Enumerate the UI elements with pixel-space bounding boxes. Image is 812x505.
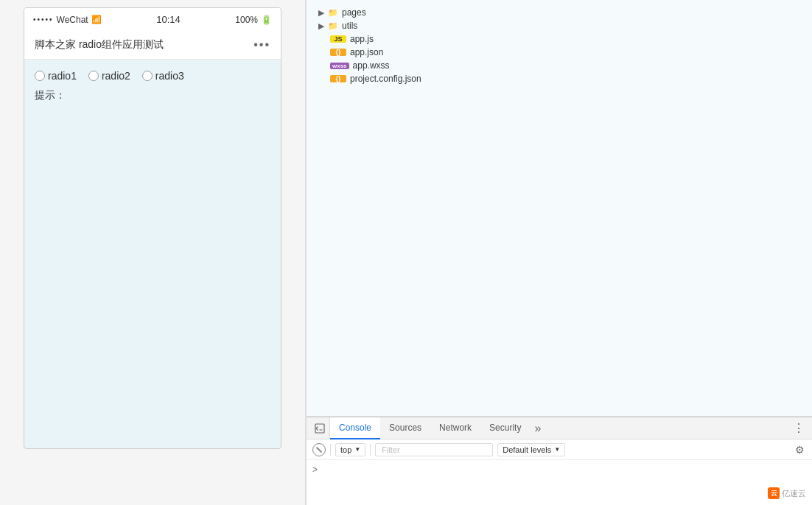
radio-circle-1	[35, 71, 45, 81]
main-layout: ••••• WeChat 📶 10:14 100% 🔋 脚本之家 radio组件…	[0, 0, 812, 505]
tree-item-pages[interactable]: ▶ 📁 pages	[307, 6, 812, 19]
badge-json-app: {}	[330, 49, 346, 56]
devtools-icon[interactable]	[309, 417, 330, 439]
app-header: 脚本之家 radio组件应用测试 •••	[24, 31, 281, 60]
tab-security-label: Security	[489, 423, 521, 433]
status-time: 10:14	[156, 14, 181, 25]
hint-label: 提示：	[35, 89, 66, 101]
watermark: 云 亿速云	[768, 487, 806, 499]
toolbar-divider-2	[370, 444, 371, 456]
devtools-panel: ▶ 📁 pages ▶ 📁 utils JS app.js {} app.jso…	[306, 0, 812, 505]
radio-group: radio1 radio2 radio3	[35, 70, 270, 82]
filter-placeholder: Filter	[382, 445, 399, 454]
tab-network[interactable]: Network	[430, 417, 480, 439]
battery-percent: 100%	[235, 15, 258, 25]
more-tabs-button[interactable]: »	[530, 422, 545, 435]
log-levels-arrow-icon: ▼	[554, 446, 560, 453]
console-toolbar: top ▼ Filter Default levels ▼ ⚙	[307, 439, 812, 460]
tab-menu: ⋮	[788, 417, 809, 439]
phone-status-bar: ••••• WeChat 📶 10:14 100% 🔋	[24, 8, 281, 31]
radio-item-1[interactable]: radio1	[35, 70, 77, 82]
clear-console-button[interactable]	[312, 443, 326, 456]
hint-row: 提示：	[35, 89, 270, 102]
file-name-projectconfig: project.config.json	[350, 74, 421, 84]
console-input[interactable]	[321, 465, 806, 475]
file-name-appjs: app.js	[350, 34, 374, 44]
phone-frame: ••••• WeChat 📶 10:14 100% 🔋 脚本之家 radio组件…	[24, 7, 281, 449]
radio-circle-2	[88, 71, 99, 81]
radio-item-2[interactable]: radio2	[88, 70, 130, 82]
app-content: radio1 radio2 radio3 提示：	[24, 60, 281, 113]
tree-item-appjs[interactable]: JS app.js	[307, 32, 812, 46]
status-left: ••••• WeChat 📶	[33, 15, 102, 25]
tree-item-projectconfig[interactable]: {} project.config.json	[307, 72, 812, 85]
file-tree: ▶ 📁 pages ▶ 📁 utils JS app.js {} app.jso…	[307, 0, 812, 417]
badge-wxss: wxss	[330, 63, 349, 69]
console-prompt: >	[312, 465, 318, 475]
tab-console-label: Console	[339, 423, 371, 433]
watermark-text: 亿速云	[782, 488, 806, 499]
log-levels-label: Default levels	[503, 445, 551, 454]
kebab-menu-button[interactable]: ⋮	[788, 417, 809, 439]
expand-arrow-pages: ▶	[318, 8, 324, 18]
tab-sources-label: Sources	[389, 423, 421, 433]
log-levels-select[interactable]: Default levels ▼	[497, 443, 565, 456]
tree-item-utils[interactable]: ▶ 📁 utils	[307, 19, 812, 32]
tab-sources[interactable]: Sources	[380, 417, 430, 439]
badge-js: JS	[330, 35, 346, 43]
wifi-icon: 📶	[91, 15, 102, 24]
folder-name-pages: pages	[342, 7, 366, 18]
context-select[interactable]: top ▼	[335, 443, 365, 456]
file-name-appjson: app.json	[350, 47, 383, 57]
context-value: top	[340, 445, 351, 454]
console-panel: Console Sources Network Security » ⋮	[307, 417, 812, 505]
battery-icon: 🔋	[261, 15, 272, 25]
phone-panel: ••••• WeChat 📶 10:14 100% 🔋 脚本之家 radio组件…	[0, 0, 306, 505]
radio-label-2: radio2	[102, 70, 130, 82]
carrier-name: WeChat	[57, 15, 88, 25]
toolbar-divider-1	[330, 444, 331, 456]
tab-console[interactable]: Console	[330, 417, 380, 439]
app-title: 脚本之家 radio组件应用测试	[35, 38, 164, 52]
tree-item-appwxss[interactable]: wxss app.wxss	[307, 59, 812, 72]
badge-json-project: {}	[330, 75, 346, 82]
carrier-dots: •••••	[33, 15, 54, 24]
context-dropdown-icon: ▼	[354, 446, 360, 453]
settings-gear-button[interactable]: ⚙	[793, 443, 806, 456]
file-name-appwxss: app.wxss	[353, 60, 390, 71]
console-input-area: >	[307, 460, 812, 479]
filter-input[interactable]: Filter	[375, 443, 493, 456]
tree-item-appjson[interactable]: {} app.json	[307, 46, 812, 59]
tab-network-label: Network	[439, 423, 472, 433]
watermark-icon: 云	[768, 487, 780, 499]
console-tabs-bar: Console Sources Network Security » ⋮	[307, 417, 812, 439]
tab-security[interactable]: Security	[480, 417, 530, 439]
expand-arrow-utils: ▶	[318, 21, 324, 31]
radio-label-3: radio3	[155, 70, 184, 82]
gear-icon: ⚙	[795, 444, 805, 456]
app-menu-button[interactable]: •••	[253, 38, 270, 52]
radio-circle-3	[142, 71, 153, 81]
folder-icon-pages: 📁	[328, 8, 338, 18]
status-right: 100% 🔋	[235, 15, 272, 25]
radio-item-3[interactable]: radio3	[142, 70, 184, 82]
radio-label-1: radio1	[48, 70, 77, 82]
folder-icon-utils: 📁	[328, 21, 338, 31]
folder-name-utils: utils	[342, 21, 357, 31]
